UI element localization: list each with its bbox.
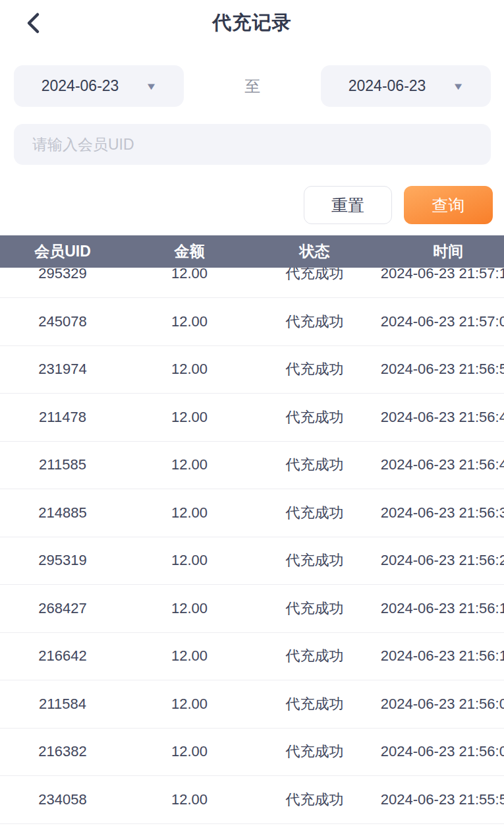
table-row: 245078 12.00 代充成功 2024-06-23 21:57:05 bbox=[0, 298, 504, 346]
table-row: 231974 12.00 代充成功 2024-06-23 21:56:58 bbox=[0, 346, 504, 394]
cell-time: 2024-06-23 21:56:49 bbox=[376, 409, 504, 426]
table-row: 295329 12.00 代充成功 2024-06-23 21:57:13 bbox=[0, 268, 504, 298]
cell-amount: 12.00 bbox=[125, 696, 254, 713]
uid-search-input[interactable] bbox=[14, 124, 491, 165]
cell-status: 代充成功 bbox=[254, 407, 376, 427]
table-row: 214885 12.00 代充成功 2024-06-23 21:56:34 bbox=[0, 489, 504, 537]
cell-status: 代充成功 bbox=[254, 551, 376, 570]
column-header-amount: 金额 bbox=[125, 241, 254, 262]
table-row: 216642 12.00 代充成功 2024-06-23 21:56:13 bbox=[0, 633, 504, 681]
cell-uid: 216382 bbox=[0, 743, 125, 760]
table-row: 234058 12.00 代充成功 2024-06-23 21:55:53 bbox=[0, 776, 504, 824]
cell-time: 2024-06-23 21:57:13 bbox=[376, 268, 504, 282]
table-row: 211584 12.00 代充成功 2024-06-23 21:56:06 bbox=[0, 680, 504, 729]
cell-status: 代充成功 bbox=[254, 599, 376, 618]
table-body-rows: 295329 12.00 代充成功 2024-06-23 21:57:13 24… bbox=[0, 268, 504, 824]
date-to-select[interactable]: 2024-06-23 ▼ bbox=[321, 65, 491, 107]
cell-time: 2024-06-23 21:57:05 bbox=[376, 313, 504, 330]
table-row: 295319 12.00 代充成功 2024-06-23 21:56:26 bbox=[0, 537, 504, 585]
cell-status: 代充成功 bbox=[254, 503, 376, 523]
cell-time: 2024-06-23 21:56:34 bbox=[376, 504, 504, 522]
cell-amount: 12.00 bbox=[125, 409, 254, 426]
cell-amount: 12.00 bbox=[125, 743, 254, 760]
cell-status: 代充成功 bbox=[254, 455, 376, 475]
cell-amount: 12.00 bbox=[125, 361, 254, 378]
cell-amount: 12.00 bbox=[125, 456, 254, 473]
cell-uid: 268427 bbox=[0, 600, 125, 617]
column-header-time: 时间 bbox=[376, 241, 504, 262]
cell-time: 2024-06-23 21:56:13 bbox=[376, 647, 504, 665]
date-from-select[interactable]: 2024-06-23 ▼ bbox=[14, 65, 184, 107]
cell-amount: 12.00 bbox=[125, 600, 254, 617]
top-bar: 代充记录 bbox=[0, 0, 504, 46]
cell-uid: 295319 bbox=[0, 552, 125, 569]
cell-uid: 211585 bbox=[0, 456, 125, 473]
reset-button[interactable]: 重置 bbox=[304, 186, 392, 224]
table-row: 211585 12.00 代充成功 2024-06-23 21:56:41 bbox=[0, 442, 504, 490]
table-row: 216382 12.00 代充成功 2024-06-23 21:56:00 bbox=[0, 729, 504, 777]
cell-status: 代充成功 bbox=[254, 646, 376, 666]
uid-search-field-wrap bbox=[14, 124, 491, 165]
cell-status: 代充成功 bbox=[254, 312, 376, 332]
cell-status: 代充成功 bbox=[254, 790, 376, 810]
table-row: 268427 12.00 代充成功 2024-06-23 21:56:19 bbox=[0, 585, 504, 633]
cell-time: 2024-06-23 21:56:06 bbox=[376, 696, 504, 713]
cell-uid: 216642 bbox=[0, 647, 125, 665]
cell-amount: 12.00 bbox=[125, 268, 254, 282]
query-button[interactable]: 查询 bbox=[404, 186, 493, 224]
cell-time: 2024-06-23 21:55:53 bbox=[376, 791, 504, 808]
cell-amount: 12.00 bbox=[125, 504, 254, 522]
page-title: 代充记录 bbox=[213, 10, 292, 36]
date-from-value: 2024-06-23 bbox=[42, 77, 119, 95]
triangle-down-icon: ▼ bbox=[146, 81, 158, 91]
to-label: 至 bbox=[244, 76, 260, 97]
cell-uid: 295329 bbox=[0, 268, 125, 282]
date-filter-row: 2024-06-23 ▼ 至 2024-06-23 ▼ bbox=[14, 65, 491, 107]
cell-status: 代充成功 bbox=[254, 694, 376, 714]
cell-amount: 12.00 bbox=[125, 647, 254, 665]
records-table: 会员UID 金额 状态 时间 295329 12.00 代充成功 2024-06… bbox=[0, 235, 504, 836]
cell-time: 2024-06-23 21:56:41 bbox=[376, 456, 504, 473]
cell-uid: 245078 bbox=[0, 313, 125, 330]
cell-status: 代充成功 bbox=[254, 268, 376, 284]
table-body[interactable]: 295329 12.00 代充成功 2024-06-23 21:57:13 24… bbox=[0, 268, 504, 836]
chevron-left-icon bbox=[26, 12, 40, 36]
cell-uid: 214885 bbox=[0, 504, 125, 522]
table-row: 211478 12.00 代充成功 2024-06-23 21:56:49 bbox=[0, 394, 504, 442]
cell-status: 代充成功 bbox=[254, 742, 376, 761]
cell-amount: 12.00 bbox=[125, 791, 254, 808]
cell-amount: 12.00 bbox=[125, 313, 254, 330]
cell-time: 2024-06-23 21:56:00 bbox=[376, 743, 504, 760]
table-header-row: 会员UID 金额 状态 时间 bbox=[0, 235, 504, 268]
cell-status: 代充成功 bbox=[254, 359, 376, 379]
cell-uid: 211584 bbox=[0, 696, 125, 713]
back-button[interactable] bbox=[18, 8, 47, 40]
cell-amount: 12.00 bbox=[125, 552, 254, 569]
cell-uid: 231974 bbox=[0, 361, 125, 378]
cell-time: 2024-06-23 21:56:26 bbox=[376, 552, 504, 569]
cell-time: 2024-06-23 21:56:19 bbox=[376, 600, 504, 617]
column-header-uid: 会员UID bbox=[0, 241, 125, 262]
cell-uid: 211478 bbox=[0, 409, 125, 426]
cell-uid: 234058 bbox=[0, 791, 125, 808]
cell-time: 2024-06-23 21:56:58 bbox=[376, 361, 504, 378]
column-header-status: 状态 bbox=[254, 241, 376, 262]
date-to-value: 2024-06-23 bbox=[349, 77, 426, 95]
action-button-row: 重置 查询 bbox=[14, 186, 493, 224]
triangle-down-icon: ▼ bbox=[453, 81, 465, 91]
